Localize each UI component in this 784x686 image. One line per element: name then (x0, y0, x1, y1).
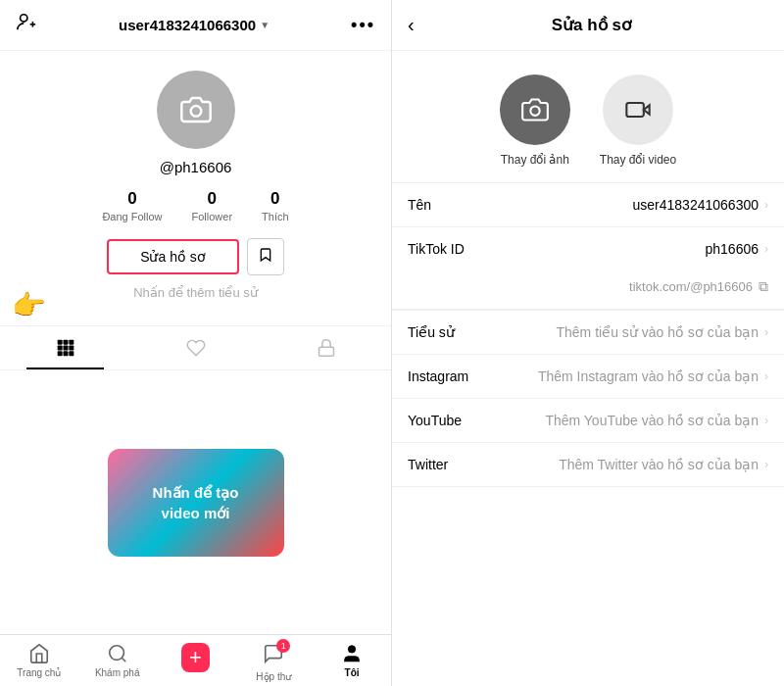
avatar[interactable] (157, 71, 235, 149)
twitter-label: Twitter (408, 457, 486, 472)
follower-label: Follower (192, 211, 233, 222)
youtube-label: YouTube (408, 413, 486, 428)
inbox-wrapper: 1 (263, 643, 284, 668)
nav-explore-label: Khám phá (95, 667, 140, 678)
twitter-value: Thêm Twitter vào hồ sơ của bạn (486, 457, 759, 472)
form-row-youtube[interactable]: YouTube Thêm YouTube vào hồ sơ của bạn › (392, 399, 784, 443)
likes-stat: 0 Thích (262, 189, 289, 222)
media-options-row: Thay đổi ảnh Thay đổi video (392, 51, 784, 182)
left-header: user4183241066300 ▼ ••• (0, 0, 391, 51)
instagram-label: Instagram (408, 368, 486, 384)
change-photo-option[interactable]: Thay đổi ảnh (500, 74, 570, 167)
form-row-bio[interactable]: Tiểu sử Thêm tiểu sử vào hồ sơ của bạn › (392, 311, 784, 355)
promo-text-line1: Nhấn để tạo (153, 482, 239, 503)
chevron-right-icon-6: › (764, 458, 768, 471)
chevron-right-icon-4: › (764, 369, 768, 383)
stats-row: 0 Đang Follow 0 Follower 0 Thích (102, 189, 288, 222)
tab-liked[interactable] (130, 326, 261, 369)
nav-home[interactable]: Trang chủ (0, 643, 78, 682)
name-value: user4183241066300 (486, 197, 759, 213)
nav-explore[interactable]: Khám phá (78, 643, 157, 682)
likes-label: Thích (262, 211, 289, 222)
svg-point-17 (530, 107, 539, 116)
bio-hint[interactable]: Nhấn để thêm tiểu sử (133, 285, 258, 300)
tab-videos[interactable] (0, 326, 130, 369)
change-video-label: Thay đổi video (600, 153, 676, 167)
svg-rect-8 (63, 346, 68, 351)
username-text: user4183241066300 (119, 17, 256, 33)
nav-profile-label: Tôi (345, 667, 360, 678)
form-row-twitter[interactable]: Twitter Thêm Twitter vào hồ sơ của bạn › (392, 443, 784, 487)
form-row-tiktok-id[interactable]: TikTok ID ph16606 › (392, 227, 784, 270)
chevron-right-icon-2: › (764, 242, 768, 256)
svg-rect-18 (626, 103, 644, 117)
change-video-circle (603, 74, 673, 145)
tiktok-id-group: TikTok ID ph16606 › tiktok.com/@ph16606 … (392, 227, 784, 311)
add-user-icon[interactable] (16, 12, 37, 38)
chevron-right-icon: › (764, 198, 768, 212)
profile-username-header[interactable]: user4183241066300 ▼ (119, 17, 270, 33)
content-area: Nhấn để tạo video mới (0, 370, 391, 634)
change-photo-label: Thay đổi ảnh (501, 153, 569, 167)
following-count: 0 (127, 189, 136, 209)
right-header-title: Sửa hồ sơ (415, 15, 768, 35)
chevron-right-icon-3: › (764, 325, 768, 339)
copy-icon[interactable]: ⧉ (759, 278, 768, 295)
profile-section: @ph16606 0 Đang Follow 0 Follower 0 Thíc… (0, 51, 391, 325)
bio-value: Thêm tiểu sử vào hồ sơ của bạn (486, 324, 759, 340)
profile-username: @ph16606 (160, 159, 232, 175)
form-rows: Tên user4183241066300 › TikTok ID ph1660… (392, 182, 784, 686)
tiktok-url-value: tiktok.com/@ph16606 (629, 279, 753, 294)
finger-pointer-icon: 👉 (12, 289, 46, 321)
right-panel: ‹ Sửa hồ sơ Thay đổi ảnh Thay đổi video (392, 0, 784, 686)
chevron-right-icon-5: › (764, 414, 768, 427)
svg-rect-7 (57, 346, 62, 351)
bookmark-button[interactable] (247, 238, 284, 275)
follower-count: 0 (208, 189, 217, 209)
bio-label: Tiểu sử (408, 324, 486, 340)
svg-rect-13 (318, 347, 333, 356)
svg-point-0 (21, 15, 27, 22)
change-video-option[interactable]: Thay đổi video (600, 74, 676, 167)
instagram-value: Thêm Instagram vào hồ sơ của bạn (486, 368, 759, 384)
more-options-icon[interactable]: ••• (351, 15, 375, 35)
nav-home-label: Trang chủ (17, 667, 61, 678)
inbox-badge: 1 (276, 639, 290, 653)
nav-inbox-label: Hộp thư (256, 671, 291, 682)
svg-rect-10 (57, 351, 62, 356)
svg-point-16 (348, 646, 355, 653)
name-label: Tên (408, 197, 486, 213)
right-header: ‹ Sửa hồ sơ (392, 0, 784, 51)
nav-profile[interactable]: Tôi (313, 643, 391, 682)
nav-inbox[interactable]: 1 Hộp thư (234, 643, 313, 682)
promo-card[interactable]: Nhấn để tạo video mới (108, 449, 284, 557)
left-panel: user4183241066300 ▼ ••• @ph16606 0 Đang … (0, 0, 392, 686)
action-row: Sửa hồ sơ (107, 238, 284, 275)
svg-point-14 (109, 646, 123, 661)
svg-rect-11 (63, 351, 68, 356)
follower-stat: 0 Follower (192, 189, 233, 222)
svg-rect-6 (69, 340, 74, 345)
svg-rect-12 (69, 351, 74, 356)
likes-count: 0 (270, 189, 279, 209)
tiktok-url-row: tiktok.com/@ph16606 ⧉ (392, 270, 784, 310)
following-stat: 0 Đang Follow (102, 189, 162, 222)
tiktok-id-label: TikTok ID (408, 241, 486, 257)
svg-point-3 (190, 106, 201, 117)
promo-text-line2: video mới (162, 503, 230, 523)
tab-private[interactable] (261, 326, 391, 369)
tiktok-id-value: ph16606 (486, 241, 759, 257)
edit-profile-button[interactable]: Sửa hồ sơ (107, 239, 239, 274)
bottom-nav: Trang chủ Khám phá + 1 Hộp thư (0, 634, 391, 686)
tabs-row (0, 325, 391, 370)
add-button[interactable]: + (181, 643, 210, 672)
chevron-down-icon: ▼ (260, 20, 270, 30)
form-row-instagram[interactable]: Instagram Thêm Instagram vào hồ sơ của b… (392, 355, 784, 399)
nav-add[interactable]: + (157, 643, 235, 682)
youtube-value: Thêm YouTube vào hồ sơ của bạn (486, 413, 759, 428)
svg-rect-5 (63, 340, 68, 345)
form-row-name[interactable]: Tên user4183241066300 › (392, 183, 784, 227)
following-label: Đang Follow (102, 211, 162, 222)
back-button[interactable]: ‹ (408, 14, 415, 36)
svg-rect-9 (69, 346, 74, 351)
